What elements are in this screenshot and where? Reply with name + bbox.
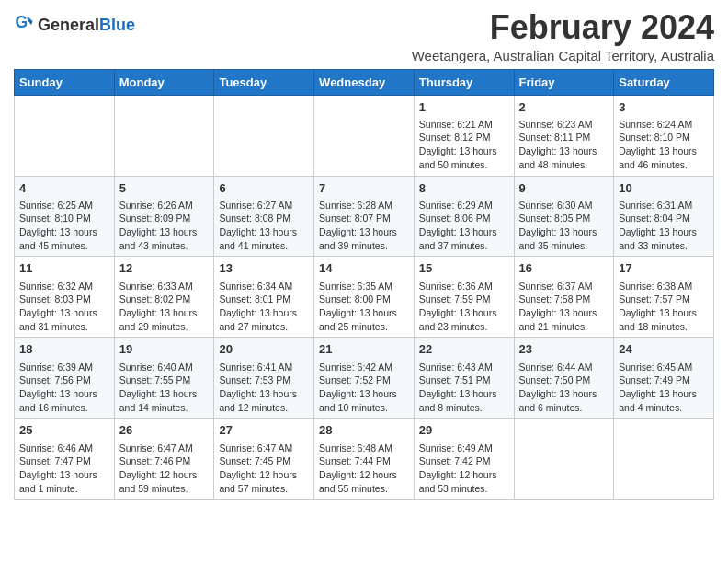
header: G GeneralBlue February 2024 Weetangera, …	[14, 9, 714, 63]
calendar-cell: 16Sunrise: 6:37 AM Sunset: 7:58 PM Dayli…	[514, 257, 614, 338]
day-info: Sunrise: 6:46 AM Sunset: 7:47 PM Dayligh…	[19, 442, 109, 496]
day-number: 15	[419, 260, 509, 277]
calendar-cell: 8Sunrise: 6:29 AM Sunset: 8:06 PM Daylig…	[414, 176, 514, 257]
day-number: 26	[119, 422, 210, 439]
logo: G GeneralBlue	[14, 13, 135, 37]
logo-general: General	[38, 16, 99, 34]
calendar-cell: 5Sunrise: 6:26 AM Sunset: 8:09 PM Daylig…	[114, 176, 214, 257]
calendar-cell	[214, 95, 314, 176]
calendar-row-3: 18Sunrise: 6:39 AM Sunset: 7:56 PM Dayli…	[15, 338, 714, 419]
day-info: Sunrise: 6:36 AM Sunset: 7:59 PM Dayligh…	[419, 280, 509, 334]
col-header-saturday: Saturday	[614, 69, 714, 95]
day-number: 18	[19, 341, 109, 358]
day-info: Sunrise: 6:29 AM Sunset: 8:06 PM Dayligh…	[419, 199, 509, 253]
day-number: 12	[119, 260, 210, 277]
calendar-cell: 1Sunrise: 6:21 AM Sunset: 8:12 PM Daylig…	[414, 95, 514, 176]
day-number: 21	[319, 341, 409, 358]
day-info: Sunrise: 6:21 AM Sunset: 8:12 PM Dayligh…	[419, 118, 509, 172]
calendar-cell: 20Sunrise: 6:41 AM Sunset: 7:53 PM Dayli…	[214, 338, 314, 419]
svg-text:G: G	[15, 13, 28, 31]
calendar-cell: 23Sunrise: 6:44 AM Sunset: 7:50 PM Dayli…	[514, 338, 614, 419]
calendar-cell: 2Sunrise: 6:23 AM Sunset: 8:11 PM Daylig…	[514, 95, 614, 176]
col-header-friday: Friday	[514, 69, 614, 95]
calendar-cell: 17Sunrise: 6:38 AM Sunset: 7:57 PM Dayli…	[614, 257, 714, 338]
day-number: 29	[419, 422, 509, 439]
day-number: 3	[619, 99, 709, 116]
day-info: Sunrise: 6:40 AM Sunset: 7:55 PM Dayligh…	[119, 361, 210, 415]
col-header-sunday: Sunday	[15, 69, 115, 95]
calendar-cell: 21Sunrise: 6:42 AM Sunset: 7:52 PM Dayli…	[314, 338, 415, 419]
day-number: 4	[19, 180, 109, 197]
calendar-row-2: 11Sunrise: 6:32 AM Sunset: 8:03 PM Dayli…	[15, 257, 714, 338]
calendar-cell	[114, 95, 214, 176]
col-header-thursday: Thursday	[414, 69, 514, 95]
day-info: Sunrise: 6:25 AM Sunset: 8:10 PM Dayligh…	[19, 199, 109, 253]
day-number: 19	[119, 341, 210, 358]
calendar-row-0: 1Sunrise: 6:21 AM Sunset: 8:12 PM Daylig…	[15, 95, 714, 176]
day-number: 5	[119, 180, 210, 197]
day-info: Sunrise: 6:44 AM Sunset: 7:50 PM Dayligh…	[519, 361, 609, 415]
day-info: Sunrise: 6:23 AM Sunset: 8:11 PM Dayligh…	[519, 118, 609, 172]
calendar-header-row: SundayMondayTuesdayWednesdayThursdayFrid…	[15, 69, 714, 95]
calendar-cell: 24Sunrise: 6:45 AM Sunset: 7:49 PM Dayli…	[614, 338, 714, 419]
calendar-cell: 11Sunrise: 6:32 AM Sunset: 8:03 PM Dayli…	[15, 257, 115, 338]
calendar-cell: 7Sunrise: 6:28 AM Sunset: 8:07 PM Daylig…	[314, 176, 415, 257]
calendar-cell: 3Sunrise: 6:24 AM Sunset: 8:10 PM Daylig…	[614, 95, 714, 176]
calendar-cell: 4Sunrise: 6:25 AM Sunset: 8:10 PM Daylig…	[15, 176, 115, 257]
day-info: Sunrise: 6:35 AM Sunset: 8:00 PM Dayligh…	[319, 280, 409, 334]
day-number: 7	[319, 180, 409, 197]
day-number: 22	[419, 341, 509, 358]
day-info: Sunrise: 6:38 AM Sunset: 7:57 PM Dayligh…	[619, 280, 709, 334]
day-info: Sunrise: 6:37 AM Sunset: 7:58 PM Dayligh…	[519, 280, 609, 334]
logo-blue: Blue	[99, 16, 135, 34]
calendar-cell: 22Sunrise: 6:43 AM Sunset: 7:51 PM Dayli…	[414, 338, 514, 419]
day-info: Sunrise: 6:26 AM Sunset: 8:09 PM Dayligh…	[119, 199, 210, 253]
calendar-table: SundayMondayTuesdayWednesdayThursdayFrid…	[14, 69, 714, 500]
col-header-monday: Monday	[114, 69, 214, 95]
day-number: 16	[519, 260, 609, 277]
day-info: Sunrise: 6:48 AM Sunset: 7:44 PM Dayligh…	[319, 442, 409, 496]
day-number: 27	[219, 422, 309, 439]
day-number: 10	[619, 180, 709, 197]
day-number: 6	[219, 180, 309, 197]
day-info: Sunrise: 6:24 AM Sunset: 8:10 PM Dayligh…	[619, 118, 709, 172]
day-info: Sunrise: 6:47 AM Sunset: 7:46 PM Dayligh…	[119, 442, 210, 496]
main-title: February 2024	[412, 9, 714, 46]
day-info: Sunrise: 6:47 AM Sunset: 7:45 PM Dayligh…	[219, 442, 309, 496]
calendar-cell	[514, 419, 614, 500]
subtitle: Weetangera, Australian Capital Territory…	[412, 48, 714, 63]
calendar-cell: 14Sunrise: 6:35 AM Sunset: 8:00 PM Dayli…	[314, 257, 415, 338]
day-info: Sunrise: 6:33 AM Sunset: 8:02 PM Dayligh…	[119, 280, 210, 334]
day-info: Sunrise: 6:28 AM Sunset: 8:07 PM Dayligh…	[319, 199, 409, 253]
calendar-cell: 12Sunrise: 6:33 AM Sunset: 8:02 PM Dayli…	[114, 257, 214, 338]
calendar-cell: 15Sunrise: 6:36 AM Sunset: 7:59 PM Dayli…	[414, 257, 514, 338]
calendar-cell: 25Sunrise: 6:46 AM Sunset: 7:47 PM Dayli…	[15, 419, 115, 500]
day-info: Sunrise: 6:41 AM Sunset: 7:53 PM Dayligh…	[219, 361, 309, 415]
day-info: Sunrise: 6:30 AM Sunset: 8:05 PM Dayligh…	[519, 199, 609, 253]
calendar-row-4: 25Sunrise: 6:46 AM Sunset: 7:47 PM Dayli…	[15, 419, 714, 500]
calendar-cell: 10Sunrise: 6:31 AM Sunset: 8:04 PM Dayli…	[614, 176, 714, 257]
calendar-cell: 6Sunrise: 6:27 AM Sunset: 8:08 PM Daylig…	[214, 176, 314, 257]
title-area: February 2024 Weetangera, Australian Cap…	[412, 9, 714, 63]
calendar-cell: 18Sunrise: 6:39 AM Sunset: 7:56 PM Dayli…	[15, 338, 115, 419]
day-info: Sunrise: 6:32 AM Sunset: 8:03 PM Dayligh…	[19, 280, 109, 334]
day-number: 2	[519, 99, 609, 116]
calendar-cell: 27Sunrise: 6:47 AM Sunset: 7:45 PM Dayli…	[214, 419, 314, 500]
calendar-cell: 29Sunrise: 6:49 AM Sunset: 7:42 PM Dayli…	[414, 419, 514, 500]
calendar-cell	[15, 95, 115, 176]
day-info: Sunrise: 6:45 AM Sunset: 7:49 PM Dayligh…	[619, 361, 709, 415]
day-info: Sunrise: 6:34 AM Sunset: 8:01 PM Dayligh…	[219, 280, 309, 334]
day-number: 11	[19, 260, 109, 277]
day-info: Sunrise: 6:42 AM Sunset: 7:52 PM Dayligh…	[319, 361, 409, 415]
calendar-cell	[314, 95, 415, 176]
calendar-cell: 28Sunrise: 6:48 AM Sunset: 7:44 PM Dayli…	[314, 419, 415, 500]
day-number: 8	[419, 180, 509, 197]
day-info: Sunrise: 6:27 AM Sunset: 8:08 PM Dayligh…	[219, 199, 309, 253]
calendar-cell	[614, 419, 714, 500]
day-info: Sunrise: 6:39 AM Sunset: 7:56 PM Dayligh…	[19, 361, 109, 415]
day-number: 17	[619, 260, 709, 277]
day-number: 28	[319, 422, 409, 439]
calendar-cell: 9Sunrise: 6:30 AM Sunset: 8:05 PM Daylig…	[514, 176, 614, 257]
day-info: Sunrise: 6:31 AM Sunset: 8:04 PM Dayligh…	[619, 199, 709, 253]
day-info: Sunrise: 6:49 AM Sunset: 7:42 PM Dayligh…	[419, 442, 509, 496]
